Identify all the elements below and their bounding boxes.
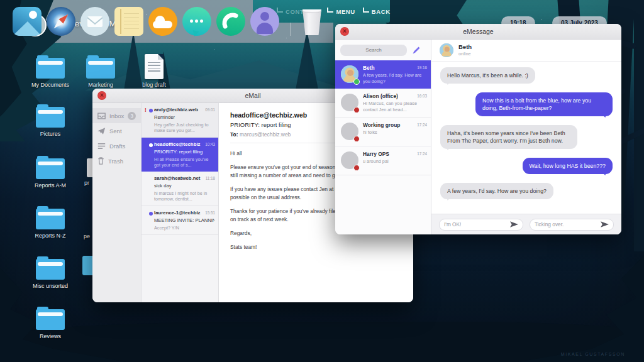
email-list-item[interactable]: sarah@heatweb.net 11:18 sick day hi marc… (142, 172, 218, 206)
quick-reply-bar: I'm OK! Ticking over. (431, 214, 621, 234)
folder-icon (36, 158, 65, 179)
ground-silhouette (0, 322, 644, 362)
document-icon (145, 54, 164, 79)
unread-dot-icon (149, 143, 153, 147)
offline-status-icon (353, 165, 360, 171)
email-list-item[interactable]: ! andy@techbiz.web 09:01 Reminder Hey ga… (142, 103, 218, 138)
notes-app-icon[interactable] (114, 7, 143, 36)
desktop-icon-marketing[interactable]: Marketing (77, 58, 125, 88)
close-icon[interactable]: × (97, 91, 106, 100)
chat-list-panel: Beth 19:16 A few years, I'd say. How are… (335, 40, 431, 234)
close-icon[interactable]: × (340, 27, 349, 36)
messages-app-icon[interactable] (182, 7, 211, 36)
phone-app-icon[interactable] (216, 7, 245, 36)
envelope-icon (80, 7, 109, 36)
drafts-icon (97, 143, 106, 150)
email-list-item-selected[interactable]: headoffice@techbiz 10:43 PRIORITY: repor… (142, 138, 218, 172)
hidden-icon-label-fragment: pr (84, 180, 89, 186)
tick-icon (327, 8, 333, 13)
desktop-icon-my-documents[interactable]: My Documents (26, 58, 74, 88)
desktop-icon-misc-unsorted[interactable]: Misc unsorted (26, 259, 74, 289)
browser-compass-icon[interactable] (47, 7, 75, 36)
weather-app-icon[interactable] (148, 7, 177, 36)
sidebar-item-trash[interactable]: Trash (92, 153, 141, 168)
email-list-item[interactable]: laurence-1@techbiz 15:51 MEETING INVITE:… (142, 206, 218, 235)
send-icon[interactable] (601, 221, 609, 228)
online-status-icon (353, 79, 360, 85)
folder-icon (36, 209, 65, 229)
email-message-list: ! andy@techbiz.web 09:01 Reminder Hey ga… (142, 103, 219, 302)
folder-icon (86, 58, 115, 79)
conversation-contact-status: online (458, 51, 471, 57)
inbox-icon (97, 112, 106, 119)
mail-app-icon[interactable] (80, 7, 109, 36)
unread-dot-icon (149, 212, 153, 216)
chat-bubble-received: A few years, I'd say. How are you doing? (440, 183, 553, 199)
folder-icon (36, 58, 65, 79)
menu-item-menu[interactable]: MENU (327, 8, 355, 15)
photos-app-icon[interactable] (13, 7, 42, 36)
offline-status-icon (353, 107, 360, 113)
hidden-desktop-item[interactable] (87, 158, 92, 177)
chat-bubble-received: Hello Marcus, it's been a while. :) (440, 67, 535, 84)
inbox-count-badge: 3 (128, 112, 136, 120)
tick-icon (363, 8, 369, 13)
offline-status-icon (353, 136, 360, 142)
chat-bubble-received: Haha, it's been some years since I've be… (440, 125, 577, 149)
messenger-window: × eMessage (335, 24, 621, 234)
email-recipient: marcus@techbiz.web (240, 131, 291, 138)
search-input[interactable] (340, 45, 407, 56)
tick-icon (277, 8, 283, 13)
email-sidebar: Inbox 3 Sent Drafts (92, 103, 142, 302)
menu-item-back[interactable]: BACK (363, 8, 391, 15)
sidebar-item-drafts[interactable]: Drafts (92, 138, 141, 153)
unread-dot-icon (149, 109, 153, 112)
desktop-icon-reports-a-m[interactable]: Reports A-M (26, 158, 74, 189)
desktop-icon-reviews[interactable]: Reviews (26, 309, 74, 339)
conversation-panel: Beth online Hello Marcus, it's been a wh… (431, 40, 621, 234)
folder-icon (36, 259, 65, 280)
chat-list-item[interactable]: Working group 17:24 hi folks (335, 118, 431, 146)
messenger-titlebar[interactable]: × eMessage (335, 24, 621, 40)
folder-icon (36, 309, 65, 330)
tree-trunk (634, 0, 644, 251)
message-history: Hello Marcus, it's been a while. :) Now … (431, 62, 621, 214)
hidden-desktop-folder[interactable] (82, 256, 92, 275)
phone-handset-icon (216, 7, 245, 36)
conversation-avatar (440, 43, 453, 57)
quick-reply-option-2[interactable]: Ticking over. (530, 219, 614, 231)
important-icon: ! (145, 107, 147, 113)
sidebar-item-sent[interactable]: Sent (92, 123, 141, 138)
conversation-header: Beth online (431, 40, 621, 62)
quick-reply-option-1[interactable]: I'm OK! (439, 219, 523, 231)
sent-icon (97, 128, 106, 134)
contacts-app-icon[interactable] (250, 7, 279, 36)
chat-list-item[interactable]: Harry OPS 17:24 u around pal (335, 146, 431, 175)
pine-tree (294, 30, 319, 96)
conversation-contact-name: Beth (458, 43, 472, 50)
hidden-icon-label-fragment: pe (84, 233, 90, 239)
wallpaper-artist-watermark: MIKAEL GUSTAFSSON (561, 352, 625, 356)
desktop: MIKAEL GUSTAFSSON Good evening, Marcus. … (0, 0, 644, 362)
send-icon[interactable] (510, 221, 518, 228)
desktop-icon-pictures[interactable]: Pictures (26, 107, 74, 137)
chat-list-item-selected[interactable]: Beth 19:16 A few years, I'd say. How are… (335, 60, 431, 89)
compose-pencil-icon[interactable] (411, 45, 421, 55)
compass-needle-icon (47, 7, 75, 36)
sidebar-item-inbox[interactable]: Inbox 3 (92, 108, 141, 123)
trash-icon (97, 157, 104, 165)
chat-bubble-sent: Wait, how long HAS it been??? (523, 158, 613, 174)
chat-bubble-sent: Now this is a bolt from the blue, how ar… (475, 92, 613, 116)
folder-icon (36, 107, 65, 128)
messenger-window-title: eMessage (335, 24, 621, 39)
desktop-icon-blog-draft[interactable]: blog draft (130, 54, 178, 88)
chat-list-item[interactable]: Alison (office) 16:03 Hi Marcus, can you… (335, 89, 431, 118)
desktop-icon-reports-n-z[interactable]: Reports N-Z (26, 209, 74, 239)
